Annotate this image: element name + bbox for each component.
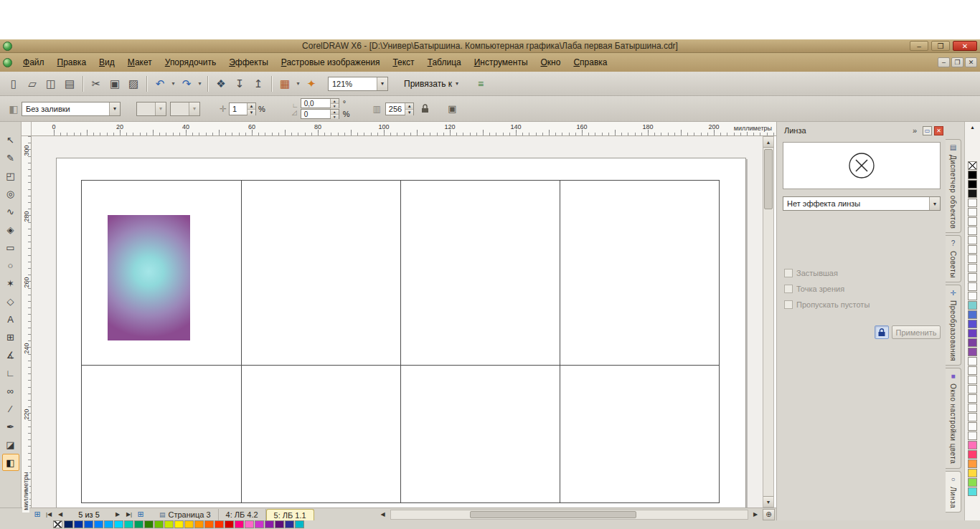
ruler-origin[interactable]: [22, 122, 32, 136]
next-page-button[interactable]: ▶: [112, 509, 123, 520]
color-swatch[interactable]: [124, 520, 133, 528]
checkbox-box[interactable]: [784, 285, 793, 293]
color-swatch[interactable]: [968, 357, 977, 366]
color-swatch[interactable]: [174, 520, 184, 528]
redo-button[interactable]: ↷: [177, 75, 196, 93]
open-button[interactable]: ▱: [23, 75, 42, 93]
add-page-button[interactable]: ⊞: [32, 509, 43, 520]
interactive-fill-tool[interactable]: ◧: [2, 454, 19, 471]
color-swatch[interactable]: [968, 273, 977, 282]
titlebar[interactable]: CorelDRAW X6 - [D:\Универ\Батыршина. Ком…: [0, 39, 980, 53]
menu-item-файл[interactable]: Файл: [17, 54, 51, 71]
fill-tool[interactable]: ◪: [2, 436, 19, 453]
options-button[interactable]: ≡: [471, 75, 490, 93]
color-swatch[interactable]: [134, 520, 143, 528]
color-swatch[interactable]: [968, 487, 977, 496]
spinner-arrows[interactable]: ▲▼: [330, 110, 339, 118]
snap-to-dropdown[interactable]: Привязать к ▾: [400, 76, 463, 92]
color-swatch[interactable]: [968, 348, 977, 356]
fill-steps-field[interactable]: 256 ▲▼: [385, 103, 414, 115]
color-swatch[interactable]: [84, 520, 93, 528]
color-swatch[interactable]: [114, 520, 123, 528]
color-swatch[interactable]: [968, 264, 977, 272]
docker-close-button[interactable]: ✕: [934, 126, 943, 135]
color-swatch[interactable]: [285, 520, 294, 528]
color-swatch[interactable]: [968, 432, 977, 440]
polygon-tool[interactable]: ✶: [2, 275, 19, 292]
restore-button[interactable]: ❐: [931, 41, 950, 51]
dimension-tool[interactable]: ∡: [2, 346, 19, 363]
application-launcher-button[interactable]: ▦: [275, 75, 294, 93]
steps-lock-icon[interactable]: [421, 104, 429, 113]
checkbox-box[interactable]: [784, 300, 793, 309]
color-swatch[interactable]: [968, 292, 977, 300]
save-button[interactable]: ◫: [42, 75, 60, 93]
menu-item-инструменты[interactable]: Инструменты: [468, 54, 534, 71]
outline-pen-tool[interactable]: ✒: [2, 418, 19, 435]
vertical-scrollbar[interactable]: ▲ ▼: [763, 136, 774, 507]
no-color-swatch[interactable]: [968, 161, 977, 170]
shape-tool[interactable]: ✎: [2, 149, 19, 166]
color-swatch[interactable]: [968, 441, 977, 449]
gradient-rectangle[interactable]: [108, 215, 190, 340]
spinner-arrows[interactable]: ▲▼: [247, 103, 255, 115]
import-button[interactable]: ↧: [230, 75, 249, 93]
color-swatch[interactable]: [255, 520, 264, 528]
color-swatch[interactable]: [184, 520, 194, 528]
menu-item-окно[interactable]: Окно: [534, 54, 567, 71]
lens-option-checkbox[interactable]: Точка зрения: [784, 285, 870, 293]
quick-zoom-button[interactable]: ⊕: [763, 509, 775, 520]
copy-fill-properties-icon[interactable]: ▣: [448, 103, 456, 114]
color-swatch[interactable]: [194, 520, 204, 528]
color-swatch[interactable]: [225, 520, 234, 528]
color-swatch[interactable]: [104, 520, 113, 528]
color-swatch[interactable]: [968, 282, 977, 291]
print-button[interactable]: ▤: [60, 75, 79, 93]
last-page-button[interactable]: ▶|: [123, 509, 135, 520]
menu-item-эффекты[interactable]: Эффекты: [222, 54, 275, 71]
color-swatch[interactable]: [275, 520, 284, 528]
color-swatch[interactable]: [968, 208, 977, 216]
menu-item-таблица[interactable]: Таблица: [421, 54, 468, 71]
menu-item-растровые изображения[interactable]: Растровые изображения: [275, 54, 387, 71]
color-swatch[interactable]: [968, 385, 977, 394]
menu-item-макет[interactable]: Макет: [121, 54, 159, 71]
fill-midpoint-field[interactable]: 1 ▲▼: [229, 103, 256, 115]
add-page-after-button[interactable]: ⊞: [135, 509, 146, 520]
color-swatch[interactable]: [144, 520, 154, 528]
export-button[interactable]: ↥: [249, 75, 268, 93]
menu-item-упорядочить[interactable]: Упорядочить: [159, 54, 222, 71]
doc-close-button[interactable]: ✕: [965, 57, 977, 67]
scroll-up-arrow[interactable]: ▲: [763, 137, 773, 148]
freehand-tool[interactable]: ∿: [2, 203, 19, 220]
lens-option-checkbox[interactable]: Пропускать пустоты: [784, 300, 870, 309]
menu-item-текст[interactable]: Текст: [386, 54, 420, 71]
apply-button[interactable]: Применить: [892, 325, 941, 339]
color-swatch[interactable]: [265, 520, 274, 528]
color-swatch[interactable]: [204, 520, 214, 528]
chevron-down-icon[interactable]: ▾: [929, 197, 940, 210]
color-swatch[interactable]: [968, 394, 977, 403]
color-swatch[interactable]: [968, 329, 977, 338]
vscroll-thumb[interactable]: [764, 149, 773, 209]
zoom-tool[interactable]: ◎: [2, 185, 19, 202]
menu-item-справка[interactable]: Справка: [567, 54, 613, 71]
menu-item-правка[interactable]: Правка: [51, 54, 93, 71]
color-swatch[interactable]: [94, 520, 103, 528]
lens-option-checkbox[interactable]: Застывшая: [784, 269, 870, 277]
color-swatch[interactable]: [968, 469, 977, 477]
connector-tool[interactable]: ∟: [2, 364, 19, 381]
doc-restore-button[interactable]: ❐: [951, 57, 963, 67]
docker-rollup-button[interactable]: ▭: [923, 126, 932, 135]
color-swatch[interactable]: [968, 217, 977, 226]
spinner-arrows[interactable]: ▲▼: [405, 103, 413, 115]
hscroll-thumb[interactable]: [470, 511, 636, 518]
checkbox-box[interactable]: [784, 269, 793, 277]
color-swatch[interactable]: [968, 236, 977, 244]
color-swatch[interactable]: [968, 189, 977, 198]
redo-dropdown[interactable]: ▾: [196, 75, 204, 93]
paste-button[interactable]: ▨: [124, 75, 143, 93]
page-tab[interactable]: 5: ЛБ 1.1: [266, 509, 314, 520]
scroll-down-arrow[interactable]: ▼: [763, 496, 773, 507]
tab-lens[interactable]: ○Линза: [946, 471, 961, 513]
